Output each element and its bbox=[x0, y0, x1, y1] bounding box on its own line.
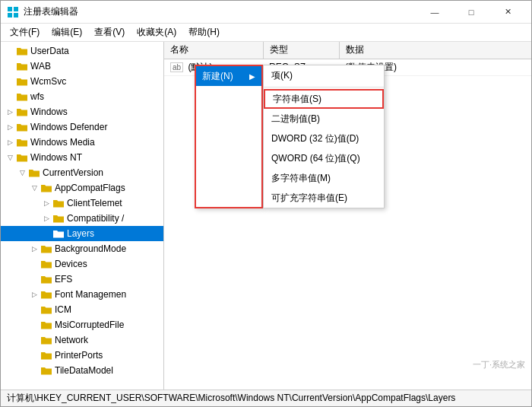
expand-windows-nt: ▽ bbox=[4, 154, 16, 161]
svg-rect-2 bbox=[8, 13, 12, 17]
label-wcmsvc: WcmSvc bbox=[30, 76, 66, 87]
tree-item-layers[interactable]: Layers bbox=[1, 226, 163, 241]
label-network: Network bbox=[55, 335, 88, 345]
tree-item-efs[interactable]: EFS bbox=[1, 272, 163, 287]
label-msicorrupted: MsiCorruptedFile bbox=[55, 320, 124, 330]
expand-appcompat-flags: ▽ bbox=[28, 184, 40, 192]
menu-help[interactable]: 帮助(H) bbox=[182, 24, 226, 41]
right-panel: 名称 类型 数据 ab (默认) REG_SZ (数值未设置) bbox=[164, 42, 531, 390]
tree-item-background-mode[interactable]: ▷ BackgroundMode bbox=[1, 241, 163, 256]
label-appcompat-flags: AppCompatFlags bbox=[55, 183, 125, 193]
label-client-telemet: ClientTelemet bbox=[67, 198, 122, 208]
tree-item-devices[interactable]: Devices bbox=[1, 256, 163, 272]
tree-item-printerports[interactable]: PrinterPorts bbox=[1, 348, 163, 363]
submenu-item-qword[interactable]: QWORD (64 位)值(Q) bbox=[264, 148, 384, 168]
folder-icon-msicorrupted bbox=[40, 320, 52, 329]
folder-icon-current-version bbox=[28, 168, 40, 177]
folder-icon-wab bbox=[16, 62, 28, 71]
submenu-label-qword: QWORD (64 位)值(Q) bbox=[271, 152, 360, 165]
tree-item-font-manage[interactable]: ▷ Font Managemen bbox=[1, 287, 163, 302]
registry-editor-window: 注册表编辑器 — □ ✕ 文件(F) 编辑(E) 查看(V) 收藏夹(A) 帮助… bbox=[0, 0, 532, 407]
tree-item-msicorrupted[interactable]: MsiCorruptedFile bbox=[1, 317, 163, 332]
folder-icon-compatibility bbox=[52, 214, 65, 223]
label-tiledatamodel: TileDataModel bbox=[55, 365, 113, 376]
label-efs: EFS bbox=[55, 274, 72, 285]
folder-icon-windows-defender bbox=[16, 122, 28, 132]
menu-file[interactable]: 文件(F) bbox=[4, 24, 46, 41]
label-font-manage: Font Managemen bbox=[55, 289, 126, 300]
status-text: 计算机\HKEY_CURRENT_USER\SOFTWARE\Microsoft… bbox=[7, 392, 455, 405]
menu-edit[interactable]: 编辑(E) bbox=[46, 24, 88, 41]
tree-item-compatibility[interactable]: ▷ Compatibility / bbox=[1, 211, 163, 226]
expand-compatibility: ▷ bbox=[40, 215, 52, 222]
submenu-item-binary[interactable]: 二进制值(B) bbox=[264, 109, 384, 129]
tree-item-icm[interactable]: ICM bbox=[1, 302, 163, 317]
folder-icon-appcompat-flags bbox=[40, 183, 52, 192]
new-menu-arrow: ▶ bbox=[249, 72, 255, 81]
tree-item-current-version[interactable]: ▽ CurrentVersion bbox=[1, 165, 163, 180]
label-devices: Devices bbox=[55, 259, 87, 269]
folder-icon-wfs bbox=[16, 92, 28, 101]
tree-item-wfs[interactable]: wfs bbox=[1, 89, 163, 104]
expand-windows-defender: ▷ bbox=[4, 123, 16, 131]
label-icm: ICM bbox=[55, 304, 71, 315]
submenu-label-dword: DWORD (32 位)值(D) bbox=[271, 132, 359, 145]
new-menu-button[interactable]: 新建(N) ▶ bbox=[195, 65, 263, 208]
tree-item-wcmsvc[interactable]: WcmSvc bbox=[1, 74, 163, 89]
folder-icon-icm bbox=[40, 305, 52, 314]
col-header-name[interactable]: 名称 bbox=[164, 42, 263, 59]
close-button[interactable]: ✕ bbox=[490, 1, 525, 24]
svg-rect-1 bbox=[14, 7, 18, 11]
folder-icon-windows-nt bbox=[16, 153, 28, 162]
folder-icon-devices bbox=[40, 259, 52, 269]
folder-icon-layers bbox=[52, 229, 65, 238]
title-bar: 注册表编辑器 — □ ✕ bbox=[1, 1, 531, 24]
folder-icon-client-telemet bbox=[52, 199, 65, 208]
col-header-data[interactable]: 数据 bbox=[339, 42, 531, 59]
expand-client-telemet: ▷ bbox=[40, 199, 52, 207]
submenu-item-multi[interactable]: 多字符串值(M) bbox=[264, 168, 384, 188]
tree-item-windows-nt[interactable]: ▽ Windows NT bbox=[1, 150, 163, 165]
col-header-type[interactable]: 类型 bbox=[263, 42, 339, 59]
tree-item-windows-defender[interactable]: ▷ Windows Defender bbox=[1, 119, 163, 135]
minimize-button[interactable]: — bbox=[417, 1, 452, 24]
tree-item-wab[interactable]: WAB bbox=[1, 59, 163, 74]
submenu-item-key[interactable]: 项(K) bbox=[264, 65, 384, 85]
tree-panel[interactable]: UserData WAB WcmSvc bbox=[1, 42, 164, 390]
tree-item-network[interactable]: Network bbox=[1, 332, 163, 348]
tree-item-tiledatamodel[interactable]: TileDataModel bbox=[1, 363, 163, 378]
folder-icon-network bbox=[40, 335, 52, 345]
svg-rect-3 bbox=[14, 13, 18, 17]
folder-icon-tiledatamodel bbox=[40, 366, 52, 375]
tree-item-windows-media[interactable]: ▷ Windows Media bbox=[1, 135, 163, 150]
label-windows-nt: Windows NT bbox=[30, 152, 82, 163]
folder-icon-efs bbox=[40, 275, 52, 284]
menu-view[interactable]: 查看(V) bbox=[88, 24, 131, 41]
tree-item-appcompat-flags[interactable]: ▽ AppCompatFlags bbox=[1, 180, 163, 196]
folder-icon-windows-media bbox=[16, 138, 28, 147]
status-bar: 计算机\HKEY_CURRENT_USER\SOFTWARE\Microsoft… bbox=[1, 390, 531, 406]
submenu-item-expand[interactable]: 可扩充字符串值(E) bbox=[264, 188, 384, 208]
tree-item-windows[interactable]: ▷ Windows bbox=[1, 104, 163, 119]
maximize-button[interactable]: □ bbox=[454, 1, 489, 24]
submenu-item-dword[interactable]: DWORD (32 位)值(D) bbox=[264, 129, 384, 148]
submenu-label-string: 字符串值(S) bbox=[273, 93, 321, 106]
label-background-mode: BackgroundMode bbox=[55, 243, 126, 254]
new-menu-label: 新建(N) bbox=[202, 70, 233, 83]
folder-icon-windows bbox=[16, 107, 28, 116]
label-wfs: wfs bbox=[30, 91, 44, 102]
folder-icon-printerports bbox=[40, 351, 52, 360]
tree-item-userdata[interactable]: UserData bbox=[1, 43, 163, 59]
submenu-label-expand: 可扩充字符串值(E) bbox=[271, 192, 347, 205]
label-wab: WAB bbox=[30, 61, 51, 72]
submenu-item-string[interactable]: 字符串值(S) bbox=[264, 89, 384, 109]
svg-rect-0 bbox=[8, 7, 12, 11]
expand-background-mode: ▷ bbox=[28, 245, 40, 253]
tree-item-client-telemet[interactable]: ▷ ClientTelemet bbox=[1, 196, 163, 211]
new-menu-item[interactable]: 新建(N) ▶ bbox=[196, 66, 261, 86]
menu-favorites[interactable]: 收藏夹(A) bbox=[131, 24, 182, 41]
window-controls: — □ ✕ bbox=[417, 1, 525, 24]
label-current-version: CurrentVersion bbox=[43, 167, 103, 178]
label-layers: Layers bbox=[67, 228, 94, 239]
main-content: UserData WAB WcmSvc bbox=[1, 42, 531, 390]
